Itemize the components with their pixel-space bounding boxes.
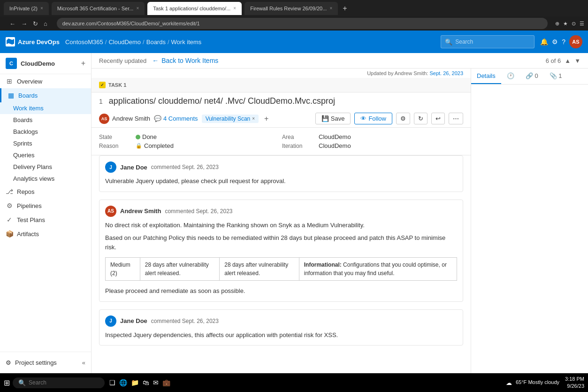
notifications-icon[interactable]: 🔔 — [540, 38, 548, 46]
taskbar-mail-icon[interactable]: ✉ — [153, 379, 159, 386]
search-input[interactable] — [455, 38, 530, 45]
tab-4-close[interactable]: × — [329, 6, 332, 11]
add-project-button[interactable]: + — [81, 59, 85, 68]
sidebar-item-repos[interactable]: ⎇ Repos — [0, 184, 91, 199]
collapse-sidebar-icon[interactable]: « — [82, 359, 85, 366]
tab-3-close[interactable]: × — [233, 6, 236, 11]
tab-2-close[interactable]: × — [136, 6, 139, 11]
wi-action-buttons: 💾 Save 👁 Follow ⚙ ↻ ↩ ⋯ — [315, 113, 463, 124]
taskbar-edge-icon[interactable]: 🌐 — [119, 379, 127, 386]
breadcrumb-sep2: / — [143, 38, 145, 46]
settings-gear-icon: ⚙ — [6, 359, 11, 366]
forward-button[interactable]: → — [19, 19, 29, 28]
sidebar-item-analytics[interactable]: Analytics views — [0, 173, 91, 184]
tab-links[interactable]: 🔗 0 — [520, 69, 544, 84]
follow-button[interactable]: 👁 Follow — [354, 113, 392, 124]
breadcrumb-org[interactable]: ContosoM365 — [65, 38, 103, 46]
follow-icon: 👁 — [360, 115, 367, 122]
settings-button[interactable]: ⚙ — [396, 113, 410, 124]
taskbar-time-display: 3:18 PM — [565, 376, 584, 383]
ext-icon-3[interactable]: ⊙ — [572, 21, 576, 27]
taskbar-store-icon[interactable]: 🛍 — [143, 379, 149, 386]
sidebar-item-test-plans[interactable]: ✓ Test Plans — [0, 213, 91, 227]
taskbar-search-box[interactable]: 🔍 — [13, 377, 105, 388]
taskbar-right-section: ☁ 65°F Mostly cloudy 3:18 PM 9/26/23 — [506, 376, 584, 390]
sidebar-item-queries[interactable]: Queries — [0, 149, 91, 161]
refresh-button[interactable]: ↻ — [31, 19, 40, 28]
help-icon[interactable]: ? — [562, 38, 565, 46]
sidebar-item-work-items[interactable]: Work items — [0, 102, 91, 114]
project-settings-item[interactable]: ⚙ Project settings « — [6, 357, 85, 369]
back-to-work-items-button[interactable]: ← Back to Work Items — [152, 57, 218, 64]
taskbar-teams-icon[interactable]: 💼 — [162, 379, 170, 386]
browser-chrome: InPrivate (2) × Microsoft 365 Certificat… — [0, 0, 588, 16]
add-tag-button[interactable]: + — [264, 115, 268, 123]
settings-icon[interactable]: ⚙ — [552, 38, 558, 46]
sidebar-item-boards[interactable]: ▦ Boards — [0, 88, 91, 102]
new-tab-button[interactable]: + — [343, 4, 347, 13]
more-options-button[interactable]: ⋯ — [449, 113, 463, 124]
sidebar-item-artifacts[interactable]: 📦 Artifacts — [0, 227, 91, 241]
tab-attachments[interactable]: 📎 1 — [544, 69, 568, 84]
browser-nav: ← → ↻ ⌂ — [8, 19, 49, 28]
breadcrumb-page[interactable]: Work items — [171, 38, 202, 46]
home-button[interactable]: ⌂ — [42, 19, 49, 28]
main-content: Recently updated ← Back to Work Items 6 … — [92, 53, 588, 373]
address-bar[interactable]: dev.azure.com/ContosoM365/CloudDemo/_wor… — [57, 18, 548, 29]
sidebar-item-overview[interactable]: ⊞ Overview — [0, 74, 91, 88]
tab-2-label: Microsoft 365 Certification - Ser... — [57, 6, 134, 11]
user-avatar[interactable]: AS — [569, 35, 582, 48]
updated-date-link[interactable]: Sept. 26, 2023 — [429, 70, 463, 76]
sidebar-item-analytics-label: Analytics views — [13, 175, 54, 182]
sidebar-item-delivery-plans[interactable]: Delivery Plans — [0, 161, 91, 173]
browser-tab-3[interactable]: Task 1 applications/ clouddemo/... × — [147, 2, 242, 15]
ado-search-box[interactable]: 🔍 — [441, 35, 535, 48]
undo-button[interactable]: ↩ — [431, 113, 445, 124]
breadcrumb: ContosoM365 / CloudDemo / Boards / Work … — [65, 38, 201, 46]
comment-2-avatar: AS — [105, 206, 116, 217]
comment-3-header: J Jane Doe commented Sept. 26, 2023 — [105, 315, 457, 327]
wi-type-badge: ✓ TASK 1 — [99, 82, 463, 88]
comment-1-header: J Jane Doe commented Sept. 26, 2023 — [105, 161, 457, 173]
comment-1-body: Vulnerable Jquery updated, please check … — [105, 177, 457, 186]
sidebar-item-delivery-plans-label: Delivery Plans — [13, 163, 52, 170]
taskbar-search-input[interactable] — [29, 379, 99, 386]
comment-count-button[interactable]: 💬 4 Comments — [154, 115, 198, 122]
nav-up-icon[interactable]: ▲ — [565, 57, 571, 64]
breadcrumb-section[interactable]: Boards — [146, 38, 166, 46]
tab-details[interactable]: Details — [471, 69, 501, 84]
sidebar-item-boards-sub[interactable]: Boards — [0, 114, 91, 126]
sidebar-item-sprints[interactable]: Sprints — [0, 138, 91, 149]
tab-history[interactable]: 🕐 — [501, 69, 520, 84]
wi-number: 1 — [99, 98, 103, 105]
sidebar-item-work-items-label: Work items — [13, 105, 44, 112]
tab-1-close[interactable]: × — [40, 6, 43, 11]
header-action-icons: 🔔 ⚙ ? AS — [540, 35, 582, 48]
browser-tab-4[interactable]: Firewall Rules Review 26/09/20... × — [244, 2, 338, 15]
nav-down-icon[interactable]: ▼ — [574, 57, 580, 64]
overview-icon: ⊞ — [6, 77, 13, 85]
ado-logo[interactable]: Azure DevOps — [6, 37, 60, 46]
save-button[interactable]: 💾 Save — [315, 113, 351, 124]
browser-tab-1[interactable]: InPrivate (2) × — [4, 2, 49, 15]
taskbar-clock[interactable]: 3:18 PM 9/26/23 — [565, 376, 584, 390]
taskbar-task-view[interactable]: ❑ — [109, 379, 115, 386]
sidebar-item-backlogs[interactable]: Backlogs — [0, 126, 91, 138]
back-button[interactable]: ← — [8, 19, 17, 28]
wi-main-panel: Updated by Andrew Smith: Sept. 26, 2023 … — [92, 69, 471, 373]
refresh-wi-button[interactable]: ↻ — [414, 113, 428, 124]
wi-title-text[interactable]: applications/ clouddemo/ net4/ .Mvc/ Clo… — [109, 96, 335, 106]
tag-remove-button[interactable]: × — [252, 116, 255, 121]
ado-logo-text: Azure DevOps — [18, 38, 60, 46]
ext-icon-4[interactable]: ☰ — [580, 21, 584, 27]
ext-icon-2[interactable]: ★ — [563, 21, 568, 27]
taskbar-explorer-icon[interactable]: 📁 — [131, 379, 139, 386]
sidebar-item-backlogs-label: Backlogs — [13, 128, 38, 135]
breadcrumb-project[interactable]: CloudDemo — [108, 38, 141, 46]
browser-tab-2[interactable]: Microsoft 365 Certification - Ser... × — [52, 2, 145, 15]
address-text: dev.azure.com/ContosoM365/CloudDemo/_wor… — [62, 21, 200, 26]
project-settings-label: Project settings — [15, 359, 57, 366]
sidebar-item-pipelines[interactable]: ⚙ Pipelines — [0, 199, 91, 213]
ext-icon-1[interactable]: ⊕ — [555, 21, 559, 27]
start-button[interactable]: ⊞ — [4, 378, 10, 387]
